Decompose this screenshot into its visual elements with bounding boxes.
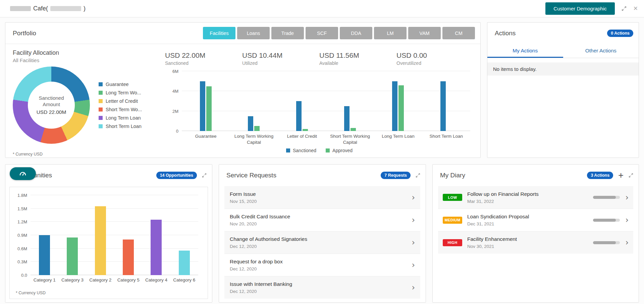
chevron-right-icon[interactable]: › bbox=[625, 216, 629, 224]
service-request-row[interactable]: Issue with Internet BankingDec 12, 2020› bbox=[224, 276, 420, 299]
expand-icon[interactable] bbox=[416, 173, 420, 178]
service-request-row[interactable]: Form IssueNov 15, 2020› bbox=[224, 186, 420, 209]
chevron-right-icon[interactable]: › bbox=[412, 238, 415, 247]
portfolio-tab-cm[interactable]: CM bbox=[442, 27, 475, 39]
chevron-right-icon[interactable]: › bbox=[412, 216, 415, 224]
diary-title: Follow up on Financial Reports bbox=[467, 191, 593, 197]
opportunities-bar-plot: 0.00.3M0.6M0.9M1.2M1.5M1.8M bbox=[31, 195, 198, 275]
facility-bar-xlabels: GuaranteeLong Term Working CapitalLetter… bbox=[182, 133, 470, 145]
facility-allocation-section: Facility Allocation All Facilities Sanct… bbox=[13, 49, 163, 155]
bars bbox=[182, 71, 470, 131]
bar-sanctioned-short-term-working-capital[interactable] bbox=[344, 106, 350, 131]
y-axis-label: 6M bbox=[172, 69, 178, 74]
service-request-row[interactable]: Change of Authorised SignatoriesDec 12, … bbox=[224, 231, 420, 254]
bar-category-6[interactable] bbox=[179, 251, 190, 275]
diary-row[interactable]: MEDIUMLoan Syndication ProposalDec 31, 2… bbox=[438, 209, 633, 231]
service-request-row[interactable]: Request for a drop boxDec 12, 2020› bbox=[224, 254, 420, 276]
tab-my-actions[interactable]: My Actions bbox=[487, 44, 563, 58]
diary-row[interactable]: LOWFollow up on Financial ReportsMar 31,… bbox=[438, 186, 633, 209]
bar-group-short-term-working-capital bbox=[326, 71, 374, 131]
portfolio-body: Facility Allocation All Facilities Sanct… bbox=[5, 44, 480, 158]
bar-category-3[interactable] bbox=[67, 237, 78, 275]
diary-row[interactable]: HIGHFacility EnhancementNov 30, 2021› bbox=[438, 231, 633, 254]
diary-text: Loan Syndication ProposalDec 31, 2021 bbox=[467, 214, 593, 226]
actions-count-badge: 0 Actions bbox=[607, 30, 633, 37]
portfolio-tab-scf[interactable]: SCF bbox=[306, 27, 338, 39]
summary-value: USD 11.56M bbox=[319, 51, 396, 59]
tab-other-actions[interactable]: Other Actions bbox=[563, 44, 639, 58]
service-request-text: Change of Authorised SignatoriesDec 12, … bbox=[230, 236, 307, 249]
legend-item-short-term-loan: Short Term Loan bbox=[99, 124, 142, 129]
bar-approved-short-term-working-capital[interactable] bbox=[351, 128, 356, 131]
bar-category-2[interactable] bbox=[95, 206, 106, 275]
portfolio-header: Portfolio FacilitiesLoansTradeSCFDDALMVA… bbox=[5, 23, 480, 44]
no-items-message: No items to display. bbox=[487, 62, 639, 76]
my-diary-panel: My Diary 3 Actions + LOWFollow up on Fin… bbox=[432, 164, 639, 303]
legend-swatch bbox=[286, 148, 290, 153]
x-axis-label: Short Term Loan bbox=[422, 133, 470, 145]
portfolio-tab-loans[interactable]: Loans bbox=[237, 27, 270, 39]
bottom-row: Opportunities 14 Opportunities 0.00.3M0.… bbox=[5, 164, 639, 303]
portfolio-tab-trade[interactable]: Trade bbox=[271, 27, 304, 39]
legend-swatch bbox=[99, 116, 103, 120]
bar-approved-long-term-loan[interactable] bbox=[398, 85, 404, 131]
my-diary-header-actions: 3 Actions + bbox=[587, 171, 633, 180]
add-diary-entry-button[interactable]: + bbox=[618, 171, 624, 180]
legend-swatch bbox=[99, 107, 103, 112]
close-icon[interactable]: ✕ bbox=[633, 5, 638, 12]
bar-sanctioned-long-term-working-capital[interactable] bbox=[248, 116, 253, 131]
bar-category-4[interactable] bbox=[151, 220, 162, 275]
bar-category-1[interactable] bbox=[39, 235, 50, 275]
bars bbox=[31, 195, 198, 275]
portfolio-title: Portfolio bbox=[13, 30, 36, 37]
service-request-date: Dec 12, 2020 bbox=[230, 289, 292, 294]
customer-demographic-button[interactable]: Customer Demographic bbox=[545, 2, 614, 15]
portfolio-tab-dda[interactable]: DDA bbox=[340, 27, 372, 39]
donut-center: Sanctioned Amount USD 22.00M bbox=[28, 82, 75, 129]
dashboard-gauge-button[interactable] bbox=[10, 167, 36, 180]
chevron-right-icon[interactable]: › bbox=[412, 193, 415, 202]
my-diary-header: My Diary 3 Actions + bbox=[433, 165, 639, 186]
portfolio-tab-facilities[interactable]: Facilities bbox=[203, 27, 235, 39]
actions-tab-bar: My Actions Other Actions bbox=[487, 44, 639, 58]
chevron-right-icon[interactable]: › bbox=[412, 284, 415, 292]
top-header: Cafe( ) Customer Demographic ✕ bbox=[0, 0, 644, 17]
facility-bar-plot: 02M4M6M bbox=[182, 71, 470, 131]
priority-badge-high: HIGH bbox=[443, 239, 462, 246]
chevron-right-icon[interactable]: › bbox=[412, 261, 415, 269]
progress-fill bbox=[593, 219, 616, 222]
legend-swatch bbox=[99, 82, 103, 86]
bar-approved-guarantee[interactable] bbox=[206, 86, 212, 131]
legend-label: Guarantee bbox=[106, 82, 129, 87]
bar-group-category-1 bbox=[31, 195, 58, 275]
legend-label: Long Term Wo... bbox=[106, 90, 141, 95]
service-request-row[interactable]: Bulk Credit Card IssuanceNov 20, 2020› bbox=[224, 209, 420, 231]
bar-approved-letter-of-credit[interactable] bbox=[303, 129, 308, 131]
expand-icon[interactable] bbox=[629, 173, 633, 178]
portfolio-tab-bar: FacilitiesLoansTradeSCFDDALMVAMCM bbox=[203, 27, 475, 39]
portfolio-tab-lm[interactable]: LM bbox=[374, 27, 407, 39]
bar-sanctioned-letter-of-credit[interactable] bbox=[296, 101, 302, 131]
expand-icon[interactable] bbox=[622, 6, 627, 11]
facility-allocation-donut-chart[interactable]: Sanctioned Amount USD 22.00M bbox=[13, 67, 90, 144]
facility-summary-row: USD 22.00MSanctionedUSD 10.44MUtilizedUS… bbox=[165, 51, 474, 66]
legend-item-guarantee: Guarantee bbox=[99, 82, 142, 87]
legend-label: Short Term Loan bbox=[106, 124, 142, 129]
progress-bar bbox=[593, 219, 620, 222]
bar-sanctioned-guarantee[interactable] bbox=[200, 81, 205, 131]
gauge-icon bbox=[19, 170, 27, 178]
portfolio-tab-vam[interactable]: VAM bbox=[408, 27, 441, 39]
summary-label: Overutilized bbox=[396, 60, 474, 66]
bar-sanctioned-long-term-loan[interactable] bbox=[392, 81, 397, 131]
legend-item-letter-of-credit: Letter of Credit bbox=[99, 98, 142, 104]
bar-sanctioned-short-term-loan[interactable] bbox=[440, 81, 446, 131]
bar-category-5[interactable] bbox=[123, 240, 134, 275]
expand-icon[interactable] bbox=[202, 173, 207, 178]
chevron-right-icon[interactable]: › bbox=[625, 238, 629, 247]
chevron-right-icon[interactable]: › bbox=[625, 193, 629, 202]
bar-approved-long-term-working-capital[interactable] bbox=[254, 126, 260, 131]
legend-label: Approved bbox=[332, 148, 353, 153]
progress-fill bbox=[593, 241, 616, 244]
legend-swatch bbox=[99, 91, 103, 95]
diary-date: Nov 30, 2021 bbox=[467, 244, 593, 249]
